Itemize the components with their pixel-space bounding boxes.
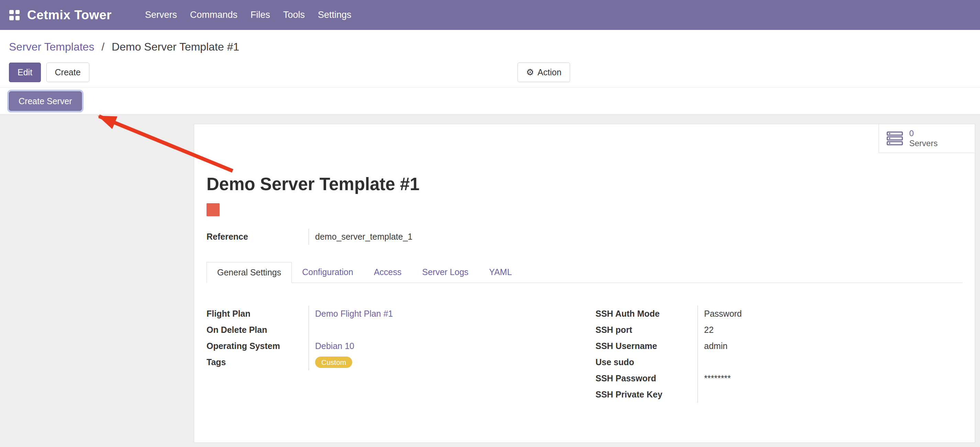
tab-server-logs[interactable]: Server Logs — [412, 262, 479, 283]
gear-icon: ⚙ — [526, 67, 534, 78]
field-value-ssh-password: ******** — [698, 370, 963, 386]
stat-text: 0 Servers — [909, 129, 938, 148]
action-button[interactable]: ⚙ Action — [517, 62, 570, 82]
flight-plan-link[interactable]: Demo Flight Plan #1 — [315, 309, 393, 319]
field-label-ssh-username: SSH Username — [595, 338, 698, 354]
edit-button[interactable]: Edit — [9, 62, 41, 82]
field-value-operating-system: Debian 10 — [309, 338, 573, 354]
tab-yaml[interactable]: YAML — [479, 262, 522, 283]
field-label-on-delete-plan: On Delete Plan — [207, 322, 309, 338]
field-value-ssh-username: admin — [698, 338, 963, 354]
action-button-label: Action — [538, 67, 561, 77]
field-value-tags: Custom — [309, 354, 573, 370]
field-value-ssh-auth-mode: Password — [698, 306, 963, 322]
field-label-ssh-port: SSH port — [595, 322, 698, 338]
field-label-ssh-auth-mode: SSH Auth Mode — [595, 306, 698, 322]
reference-row: Reference demo_server_template_1 — [207, 229, 567, 245]
menu-item-commands[interactable]: Commands — [183, 0, 244, 30]
field-value-use-sudo — [698, 354, 963, 370]
apps-grid-icon[interactable] — [9, 10, 19, 20]
field-value-ssh-port: 22 — [698, 322, 963, 338]
menu-item-servers[interactable]: Servers — [138, 0, 183, 30]
servers-stat-button[interactable]: 0 Servers — [879, 124, 975, 153]
field-groups: Flight Plan Demo Flight Plan #1 On Delet… — [207, 306, 963, 403]
create-button[interactable]: Create — [46, 62, 89, 82]
sheet-inner: Demo Server Template #1 Reference demo_s… — [194, 124, 975, 403]
statusbar: Create Server — [0, 88, 980, 115]
field-label-flight-plan: Flight Plan — [207, 306, 309, 322]
stat-value: 0 — [909, 129, 938, 138]
field-value-flight-plan: Demo Flight Plan #1 — [309, 306, 573, 322]
toolbar: Edit Create ⚙ Action — [9, 62, 980, 82]
reference-value: demo_server_template_1 — [309, 229, 567, 245]
servers-icon — [886, 131, 903, 146]
field-label-ssh-private-key: SSH Private Key — [595, 386, 698, 403]
field-label-use-sudo: Use sudo — [595, 354, 698, 370]
operating-system-link[interactable]: Debian 10 — [315, 341, 354, 351]
create-server-button[interactable]: Create Server — [9, 91, 82, 111]
apps-grid-square — [9, 10, 14, 14]
apps-grid-square — [9, 16, 14, 20]
content-area: 0 Servers Demo Server Template #1 Refere… — [0, 115, 980, 447]
color-swatch[interactable] — [207, 203, 220, 216]
menu-item-settings[interactable]: Settings — [311, 0, 358, 30]
tab-general-settings[interactable]: General Settings — [207, 262, 292, 283]
top-navbar: Cetmix Tower Servers Commands Files Tool… — [0, 0, 980, 30]
notebook-tabs: General Settings Configuration Access Se… — [207, 262, 963, 283]
field-value-ssh-private-key — [698, 386, 963, 403]
field-group-right: SSH Auth Mode Password SSH port 22 SSH U… — [595, 306, 963, 403]
control-panel: Server Templates / Demo Server Template … — [0, 30, 980, 88]
field-label-operating-system: Operating System — [207, 338, 309, 354]
record-title: Demo Server Template #1 — [207, 174, 963, 194]
breadcrumb-separator: / — [101, 41, 105, 53]
page: Cetmix Tower Servers Commands Files Tool… — [0, 0, 980, 447]
menu-item-files[interactable]: Files — [244, 0, 277, 30]
field-label-tags: Tags — [207, 354, 309, 370]
breadcrumb-parent-link[interactable]: Server Templates — [9, 41, 94, 53]
menu-item-tools[interactable]: Tools — [277, 0, 311, 30]
field-label-ssh-password: SSH Password — [595, 370, 698, 386]
reference-label: Reference — [207, 229, 309, 245]
field-value-on-delete-plan — [309, 322, 573, 338]
tag-badge[interactable]: Custom — [315, 356, 352, 368]
form-sheet: 0 Servers Demo Server Template #1 Refere… — [194, 124, 975, 443]
tab-access[interactable]: Access — [364, 262, 412, 283]
stat-label: Servers — [909, 139, 938, 148]
tab-configuration[interactable]: Configuration — [292, 262, 364, 283]
breadcrumb-current: Demo Server Template #1 — [112, 41, 239, 53]
apps-grid-square — [16, 10, 20, 14]
breadcrumb: Server Templates / Demo Server Template … — [9, 40, 980, 53]
app-brand[interactable]: Cetmix Tower — [27, 8, 112, 22]
apps-grid-square — [16, 16, 20, 20]
main-menu: Servers Commands Files Tools Settings — [138, 0, 358, 30]
field-group-left: Flight Plan Demo Flight Plan #1 On Delet… — [207, 306, 573, 370]
